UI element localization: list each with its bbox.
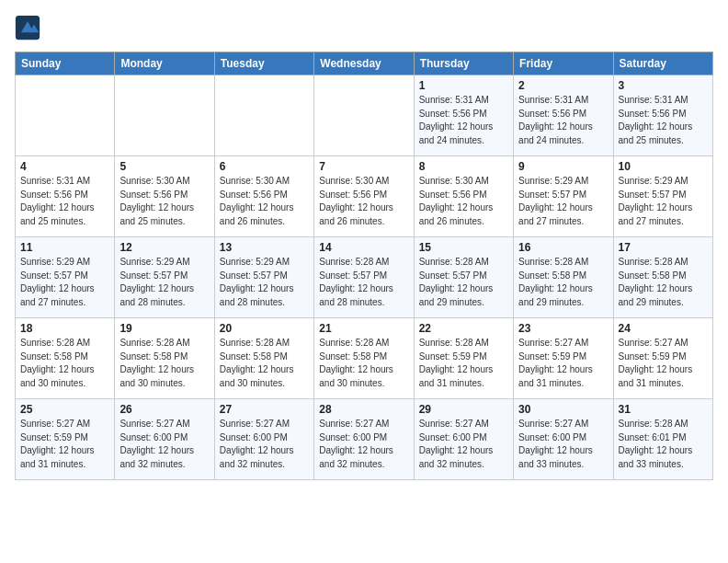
calendar-header-tuesday: Tuesday: [214, 52, 313, 75]
calendar-cell: 2Sunrise: 5:31 AM Sunset: 5:56 PM Daylig…: [514, 75, 613, 156]
day-number: 19: [119, 322, 209, 335]
logo: [15, 15, 44, 40]
day-info: Sunrise: 5:31 AM Sunset: 5:56 PM Dayligh…: [419, 94, 508, 147]
calendar-cell: 17Sunrise: 5:28 AM Sunset: 5:58 PM Dayli…: [613, 237, 712, 318]
day-info: Sunrise: 5:27 AM Sunset: 6:00 PM Dayligh…: [518, 418, 608, 471]
calendar-cell: 11Sunrise: 5:29 AM Sunset: 5:57 PM Dayli…: [16, 237, 115, 318]
calendar-cell: 1Sunrise: 5:31 AM Sunset: 5:56 PM Daylig…: [414, 75, 513, 156]
calendar-cell: 16Sunrise: 5:28 AM Sunset: 5:58 PM Dayli…: [514, 237, 613, 318]
day-number: 14: [319, 241, 408, 254]
page-header: [15, 15, 713, 40]
day-number: 7: [319, 160, 408, 173]
calendar-cell: [115, 75, 214, 156]
day-info: Sunrise: 5:27 AM Sunset: 6:00 PM Dayligh…: [119, 418, 209, 471]
calendar-cell: [16, 75, 115, 156]
calendar-cell: 20Sunrise: 5:28 AM Sunset: 5:58 PM Dayli…: [214, 318, 313, 399]
day-info: Sunrise: 5:28 AM Sunset: 5:58 PM Dayligh…: [220, 337, 309, 390]
calendar-header-wednesday: Wednesday: [314, 52, 414, 75]
day-info: Sunrise: 5:27 AM Sunset: 5:59 PM Dayligh…: [518, 337, 608, 390]
day-info: Sunrise: 5:27 AM Sunset: 6:00 PM Dayligh…: [419, 418, 508, 471]
day-number: 9: [518, 160, 608, 173]
day-info: Sunrise: 5:28 AM Sunset: 5:58 PM Dayligh…: [119, 337, 209, 390]
day-number: 20: [220, 322, 309, 335]
day-info: Sunrise: 5:27 AM Sunset: 6:00 PM Dayligh…: [220, 418, 309, 471]
calendar-header-friday: Friday: [514, 52, 613, 75]
calendar-cell: 5Sunrise: 5:30 AM Sunset: 5:56 PM Daylig…: [115, 156, 214, 237]
day-number: 21: [319, 322, 408, 335]
calendar-cell: 24Sunrise: 5:27 AM Sunset: 5:59 PM Dayli…: [613, 318, 712, 399]
calendar-header-monday: Monday: [115, 52, 214, 75]
calendar-week-1: 1Sunrise: 5:31 AM Sunset: 5:56 PM Daylig…: [16, 75, 713, 156]
day-number: 12: [119, 241, 209, 254]
calendar-cell: 14Sunrise: 5:28 AM Sunset: 5:57 PM Dayli…: [314, 237, 414, 318]
day-info: Sunrise: 5:28 AM Sunset: 5:57 PM Dayligh…: [319, 256, 408, 309]
calendar-cell: 4Sunrise: 5:31 AM Sunset: 5:56 PM Daylig…: [16, 156, 115, 237]
logo-icon: [15, 15, 40, 40]
calendar-cell: 19Sunrise: 5:28 AM Sunset: 5:58 PM Dayli…: [115, 318, 214, 399]
calendar-cell: 8Sunrise: 5:30 AM Sunset: 5:56 PM Daylig…: [414, 156, 513, 237]
day-info: Sunrise: 5:27 AM Sunset: 5:59 PM Dayligh…: [619, 337, 708, 390]
day-number: 23: [518, 322, 608, 335]
calendar-cell: 25Sunrise: 5:27 AM Sunset: 5:59 PM Dayli…: [16, 399, 115, 480]
day-info: Sunrise: 5:29 AM Sunset: 5:57 PM Dayligh…: [518, 175, 608, 228]
calendar-header-saturday: Saturday: [613, 52, 712, 75]
day-info: Sunrise: 5:28 AM Sunset: 5:58 PM Dayligh…: [619, 256, 708, 309]
day-info: Sunrise: 5:31 AM Sunset: 5:56 PM Dayligh…: [518, 94, 608, 147]
calendar-cell: 18Sunrise: 5:28 AM Sunset: 5:58 PM Dayli…: [16, 318, 115, 399]
day-number: 22: [419, 322, 508, 335]
day-info: Sunrise: 5:28 AM Sunset: 5:58 PM Dayligh…: [518, 256, 608, 309]
calendar-week-5: 25Sunrise: 5:27 AM Sunset: 5:59 PM Dayli…: [16, 399, 713, 480]
calendar-cell: 7Sunrise: 5:30 AM Sunset: 5:56 PM Daylig…: [314, 156, 414, 237]
calendar-cell: 28Sunrise: 5:27 AM Sunset: 6:00 PM Dayli…: [314, 399, 414, 480]
calendar-cell: [314, 75, 414, 156]
calendar-cell: 30Sunrise: 5:27 AM Sunset: 6:00 PM Dayli…: [514, 399, 613, 480]
calendar-cell: 27Sunrise: 5:27 AM Sunset: 6:00 PM Dayli…: [214, 399, 313, 480]
calendar-cell: 31Sunrise: 5:28 AM Sunset: 6:01 PM Dayli…: [613, 399, 712, 480]
day-info: Sunrise: 5:31 AM Sunset: 5:56 PM Dayligh…: [619, 94, 708, 147]
day-number: 27: [220, 403, 309, 416]
day-number: 18: [20, 322, 109, 335]
calendar-cell: 12Sunrise: 5:29 AM Sunset: 5:57 PM Dayli…: [115, 237, 214, 318]
day-number: 26: [119, 403, 209, 416]
calendar-cell: 3Sunrise: 5:31 AM Sunset: 5:56 PM Daylig…: [613, 75, 712, 156]
day-info: Sunrise: 5:28 AM Sunset: 5:59 PM Dayligh…: [419, 337, 508, 390]
day-info: Sunrise: 5:30 AM Sunset: 5:56 PM Dayligh…: [220, 175, 309, 228]
day-info: Sunrise: 5:29 AM Sunset: 5:57 PM Dayligh…: [220, 256, 309, 309]
day-number: 13: [220, 241, 309, 254]
day-number: 16: [518, 241, 608, 254]
day-number: 24: [619, 322, 708, 335]
day-number: 1: [419, 79, 508, 92]
day-info: Sunrise: 5:28 AM Sunset: 5:57 PM Dayligh…: [419, 256, 508, 309]
calendar-cell: 23Sunrise: 5:27 AM Sunset: 5:59 PM Dayli…: [514, 318, 613, 399]
calendar-week-2: 4Sunrise: 5:31 AM Sunset: 5:56 PM Daylig…: [16, 156, 713, 237]
calendar-week-4: 18Sunrise: 5:28 AM Sunset: 5:58 PM Dayli…: [16, 318, 713, 399]
calendar-body: 1Sunrise: 5:31 AM Sunset: 5:56 PM Daylig…: [16, 75, 713, 480]
calendar-cell: 9Sunrise: 5:29 AM Sunset: 5:57 PM Daylig…: [514, 156, 613, 237]
calendar-week-3: 11Sunrise: 5:29 AM Sunset: 5:57 PM Dayli…: [16, 237, 713, 318]
day-info: Sunrise: 5:29 AM Sunset: 5:57 PM Dayligh…: [619, 175, 708, 228]
day-info: Sunrise: 5:29 AM Sunset: 5:57 PM Dayligh…: [20, 256, 109, 309]
day-info: Sunrise: 5:27 AM Sunset: 6:00 PM Dayligh…: [319, 418, 408, 471]
day-number: 17: [619, 241, 708, 254]
calendar-cell: 22Sunrise: 5:28 AM Sunset: 5:59 PM Dayli…: [414, 318, 513, 399]
calendar-header-row: SundayMondayTuesdayWednesdayThursdayFrid…: [16, 52, 713, 75]
day-number: 4: [20, 160, 109, 173]
day-info: Sunrise: 5:28 AM Sunset: 6:01 PM Dayligh…: [619, 418, 708, 471]
calendar-header-sunday: Sunday: [16, 52, 115, 75]
day-info: Sunrise: 5:30 AM Sunset: 5:56 PM Dayligh…: [419, 175, 508, 228]
calendar-cell: 10Sunrise: 5:29 AM Sunset: 5:57 PM Dayli…: [613, 156, 712, 237]
calendar-table: SundayMondayTuesdayWednesdayThursdayFrid…: [15, 52, 713, 480]
day-info: Sunrise: 5:30 AM Sunset: 5:56 PM Dayligh…: [319, 175, 408, 228]
day-number: 15: [419, 241, 508, 254]
calendar-cell: 26Sunrise: 5:27 AM Sunset: 6:00 PM Dayli…: [115, 399, 214, 480]
day-info: Sunrise: 5:31 AM Sunset: 5:56 PM Dayligh…: [20, 175, 109, 228]
day-number: 10: [619, 160, 708, 173]
calendar-cell: 21Sunrise: 5:28 AM Sunset: 5:58 PM Dayli…: [314, 318, 414, 399]
calendar-cell: 6Sunrise: 5:30 AM Sunset: 5:56 PM Daylig…: [214, 156, 313, 237]
day-number: 30: [518, 403, 608, 416]
day-number: 25: [20, 403, 109, 416]
day-number: 11: [20, 241, 109, 254]
day-number: 2: [518, 79, 608, 92]
day-info: Sunrise: 5:28 AM Sunset: 5:58 PM Dayligh…: [20, 337, 109, 390]
day-number: 6: [220, 160, 309, 173]
